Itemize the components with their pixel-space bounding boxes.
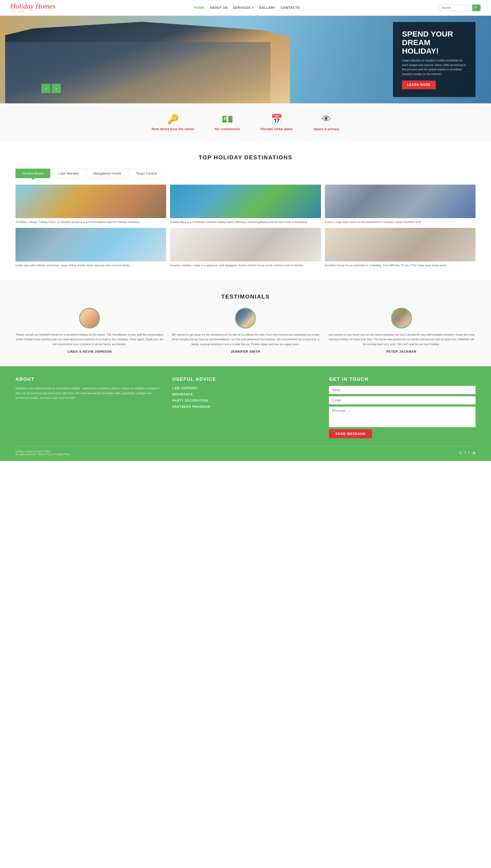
avatar-1 (79, 308, 100, 329)
gallery-item-6: Excellent house for an extended or 2 fam… (325, 228, 475, 267)
contact-message-textarea[interactable] (329, 407, 475, 427)
gallery-image-4 (16, 228, 166, 261)
hero-next-button[interactable]: › (52, 84, 61, 93)
testimonials-grid: Please accept our heartfelt thanks for a… (16, 308, 475, 353)
search-bar: 🔍 (438, 4, 481, 11)
nav-gallery[interactable]: GALLERY (259, 6, 276, 9)
gallery-item-4: Large open plan kitchen and living - hug… (16, 228, 166, 267)
search-input[interactable] (439, 5, 472, 11)
testimonials-title: TESTIMONIALS (16, 293, 475, 300)
facebook-icon[interactable]: f (465, 451, 466, 455)
testimonial-text-3: Just wanted to say thank you for our rec… (327, 332, 475, 347)
header: Holiday Homes for rent HOME ABOUT US SER… (0, 0, 491, 16)
tab-mangawhai[interactable]: Mangawhai Heads (87, 168, 128, 178)
avatar-image-3 (392, 309, 411, 328)
destinations-title: TOP HOLIDAY DESTINATIONS (16, 154, 475, 161)
gallery-image-5 (170, 228, 321, 261)
testimonials-section: TESTIMONIALS Please accept our heartfelt… (0, 280, 491, 366)
nav-services-link[interactable]: SERVICES (233, 6, 251, 9)
footer-bottom: Holiday homes for rent © 2016 All rights… (16, 446, 475, 456)
gallery-item-3: Luxury Lodge style home on the beachfron… (325, 185, 475, 224)
footer-link-law-anchor[interactable]: LAW SUPPORT (172, 386, 198, 390)
hero-overlay: SPEND YOUR DREAM HOLIDAY! Large selectio… (393, 22, 475, 97)
gallery-item-2: Omaha Bliss is a 3 bedroom Omaha holiday… (170, 185, 321, 224)
tab-lake-wanaka[interactable]: Lake Wanaka (52, 168, 85, 178)
testimonial-text-2: We wanted to get away for the weekend ju… (171, 332, 319, 347)
nav-contacts[interactable]: CONTACTS (281, 6, 300, 9)
feature-commission: 💵 No commission (215, 114, 240, 131)
nav-home[interactable]: HOME (194, 6, 204, 9)
twitter-icon[interactable]: 𝕏 (459, 451, 462, 455)
calendar-icon: 📅 (271, 114, 283, 125)
nav-about[interactable]: ABOUT US (209, 6, 228, 9)
footer-link-insurance: INSURANCE (172, 392, 319, 396)
logo-sub: for rent (11, 10, 55, 13)
gallery-item-1: A holiday cottage, holiday home, or vaca… (16, 185, 166, 224)
main-nav: HOME ABOUT US SERVICES ▼ GALLERY CONTACT… (194, 6, 300, 9)
footer-grid: ABOUT Whatever your requirements for tha… (16, 377, 475, 438)
footer-copyright: Holiday homes for rent © 2016 All rights… (16, 450, 70, 456)
feature-dates: 📅 Flexible rental dates (261, 114, 293, 131)
tab-omaha[interactable]: Omaha Beach (16, 168, 50, 178)
search-button[interactable]: 🔍 (472, 5, 481, 11)
gallery-image-3 (325, 185, 475, 218)
rss-icon[interactable]: ⊕ (472, 451, 475, 455)
footer-link-party-anchor[interactable]: PARTY DECORATION (172, 399, 208, 402)
gallery-image-6 (325, 228, 475, 261)
feature-rent: 🔑 Rent direct from the owner (152, 114, 194, 131)
tab-taupo[interactable]: Taupo Central (129, 168, 164, 178)
footer-about-text: Whatever your requirements for that perf… (16, 386, 162, 400)
footer-advice-title: USEFUL ADVICE (172, 377, 319, 382)
testimonial-3: Just wanted to say thank you for our rec… (327, 308, 475, 353)
destinations-section: TOP HOLIDAY DESTINATIONS Omaha Beach Lak… (0, 141, 491, 280)
logo-text: Holiday Homes (10, 3, 55, 10)
gallery-caption-1: A holiday cottage, holiday home, or vaca… (16, 220, 166, 224)
gallery-image-2 (170, 185, 321, 218)
contact-name-input[interactable] (329, 386, 475, 394)
contact-send-button[interactable]: SEND MESSAGE (329, 429, 372, 438)
social-icons: 𝕏 f t ⊕ (459, 451, 475, 455)
hero-prev-button[interactable]: ‹ (41, 84, 51, 93)
chevron-down-icon: ▼ (251, 6, 254, 9)
gallery-caption-5: Omaha's Holiday Lodge is a spacious, wel… (170, 264, 321, 267)
key-icon: 🔑 (167, 114, 179, 125)
feature-dates-label: Flexible rental dates (261, 127, 293, 131)
search-icon: 🔍 (474, 6, 479, 10)
nav-services[interactable]: SERVICES ▼ (233, 6, 254, 9)
money-icon: 💵 (222, 114, 233, 125)
tumblr-icon[interactable]: t (468, 451, 469, 455)
feature-privacy-label: Space & privacy (314, 127, 339, 131)
contact-email-input[interactable] (329, 396, 475, 404)
footer: ABOUT Whatever your requirements for tha… (0, 366, 491, 461)
footer-about-title: ABOUT (16, 377, 162, 382)
footer-link-partners-anchor[interactable]: PARTNERS PROGRAM (172, 405, 210, 409)
hero-cta-button[interactable]: LEARN MORE (402, 81, 436, 89)
gallery-item-5: Omaha's Holiday Lodge is a spacious, wel… (170, 228, 321, 267)
footer-copyright-text: Holiday homes for rent © 2016 (16, 450, 70, 453)
avatar-image-2 (236, 309, 255, 328)
footer-links-list: LAW SUPPORT INSURANCE PARTY DECORATION P… (172, 386, 319, 409)
feature-commission-label: No commission (215, 127, 240, 131)
features-section: 🔑 Rent direct from the owner 💵 No commis… (0, 103, 491, 141)
feature-rent-label: Rent direct from the owner (152, 127, 194, 131)
gallery-grid: A holiday cottage, holiday home, or vaca… (16, 185, 475, 268)
eye-icon: 👁 (322, 114, 331, 125)
gallery-caption-3: Luxury Lodge style home on the beachfron… (325, 220, 475, 224)
testimonial-name-3: PETER JACKMAN (386, 350, 416, 353)
testimonial-1: Please accept our heartfelt thanks for a… (16, 308, 164, 353)
logo: Holiday Homes for rent (10, 3, 55, 13)
gallery-caption-2: Omaha Bliss is a 3 bedroom Omaha holiday… (170, 220, 321, 224)
hero-section: SPEND YOUR DREAM HOLIDAY! Large selectio… (0, 16, 491, 103)
avatar-3 (391, 308, 412, 329)
destination-tabs: Omaha Beach Lake Wanaka Mangawhai Heads … (16, 168, 475, 178)
footer-rights-text: All rights reserved. Terms of use | Priv… (16, 453, 70, 456)
footer-contact: GET IN TOUCH SEND MESSAGE (329, 377, 475, 438)
footer-link-insurance-anchor[interactable]: INSURANCE (172, 393, 193, 396)
avatar-image-1 (80, 309, 99, 328)
footer-about: ABOUT Whatever your requirements for tha… (16, 377, 162, 438)
gallery-caption-6: Excellent house for an extended or 2 fam… (325, 264, 475, 267)
feature-privacy: 👁 Space & privacy (314, 114, 339, 131)
footer-link-law: LAW SUPPORT (172, 386, 319, 390)
footer-contact-title: GET IN TOUCH (329, 377, 475, 382)
gallery-image-1 (16, 185, 166, 218)
